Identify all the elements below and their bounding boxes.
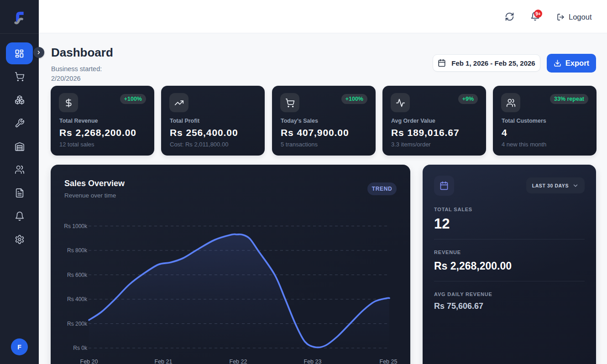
- svg-text:Rs 0k: Rs 0k: [73, 345, 88, 351]
- svg-text:Feb 25: Feb 25: [380, 359, 398, 364]
- svg-text:Rs 1000k: Rs 1000k: [64, 223, 88, 229]
- svg-text:Rs 400k: Rs 400k: [67, 296, 88, 302]
- svg-text:Feb 22: Feb 22: [230, 359, 247, 364]
- svg-text:Rs 600k: Rs 600k: [67, 272, 88, 278]
- svg-text:Rs 200k: Rs 200k: [67, 321, 88, 327]
- svg-text:Feb 21: Feb 21: [155, 359, 173, 364]
- svg-text:Feb 20: Feb 20: [80, 359, 98, 364]
- svg-text:Rs 800k: Rs 800k: [67, 247, 88, 254]
- svg-text:Feb 23: Feb 23: [304, 359, 322, 364]
